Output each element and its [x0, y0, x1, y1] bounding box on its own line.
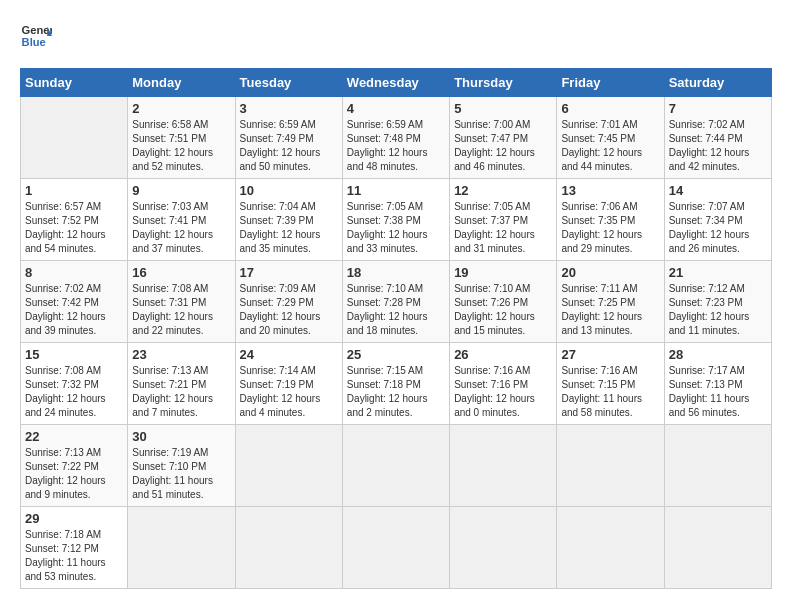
- day-info: Sunrise: 7:14 AM Sunset: 7:19 PM Dayligh…: [240, 364, 338, 420]
- day-info: Sunrise: 7:03 AM Sunset: 7:41 PM Dayligh…: [132, 200, 230, 256]
- day-number: 27: [561, 347, 659, 362]
- day-info: Sunrise: 7:13 AM Sunset: 7:22 PM Dayligh…: [25, 446, 123, 502]
- calendar-cell: 18Sunrise: 7:10 AM Sunset: 7:28 PM Dayli…: [342, 261, 449, 343]
- calendar-cell: 8Sunrise: 7:02 AM Sunset: 7:42 PM Daylig…: [21, 261, 128, 343]
- calendar: SundayMondayTuesdayWednesdayThursdayFrid…: [20, 68, 772, 589]
- day-info: Sunrise: 7:02 AM Sunset: 7:42 PM Dayligh…: [25, 282, 123, 338]
- day-info: Sunrise: 7:08 AM Sunset: 7:31 PM Dayligh…: [132, 282, 230, 338]
- day-number: 2: [132, 101, 230, 116]
- calendar-cell: [450, 425, 557, 507]
- calendar-cell: 24Sunrise: 7:14 AM Sunset: 7:19 PM Dayli…: [235, 343, 342, 425]
- day-info: Sunrise: 7:06 AM Sunset: 7:35 PM Dayligh…: [561, 200, 659, 256]
- day-header-saturday: Saturday: [664, 69, 771, 97]
- day-info: Sunrise: 7:05 AM Sunset: 7:38 PM Dayligh…: [347, 200, 445, 256]
- calendar-cell: 26Sunrise: 7:16 AM Sunset: 7:16 PM Dayli…: [450, 343, 557, 425]
- day-info: Sunrise: 7:13 AM Sunset: 7:21 PM Dayligh…: [132, 364, 230, 420]
- calendar-week-1: 1Sunrise: 6:57 AM Sunset: 7:52 PM Daylig…: [21, 179, 772, 261]
- day-header-sunday: Sunday: [21, 69, 128, 97]
- calendar-cell: [664, 425, 771, 507]
- day-number: 13: [561, 183, 659, 198]
- day-number: 19: [454, 265, 552, 280]
- calendar-cell: [557, 425, 664, 507]
- calendar-header-row: SundayMondayTuesdayWednesdayThursdayFrid…: [21, 69, 772, 97]
- calendar-cell: 16Sunrise: 7:08 AM Sunset: 7:31 PM Dayli…: [128, 261, 235, 343]
- calendar-cell: [128, 507, 235, 589]
- day-info: Sunrise: 7:02 AM Sunset: 7:44 PM Dayligh…: [669, 118, 767, 174]
- day-number: 17: [240, 265, 338, 280]
- calendar-cell: 20Sunrise: 7:11 AM Sunset: 7:25 PM Dayli…: [557, 261, 664, 343]
- calendar-cell: [235, 507, 342, 589]
- calendar-cell: 13Sunrise: 7:06 AM Sunset: 7:35 PM Dayli…: [557, 179, 664, 261]
- day-info: Sunrise: 7:09 AM Sunset: 7:29 PM Dayligh…: [240, 282, 338, 338]
- calendar-week-5: 29Sunrise: 7:18 AM Sunset: 7:12 PM Dayli…: [21, 507, 772, 589]
- day-number: 21: [669, 265, 767, 280]
- day-number: 25: [347, 347, 445, 362]
- logo-icon: General Blue: [20, 20, 52, 52]
- logo: General Blue: [20, 20, 52, 52]
- day-info: Sunrise: 7:00 AM Sunset: 7:47 PM Dayligh…: [454, 118, 552, 174]
- day-header-tuesday: Tuesday: [235, 69, 342, 97]
- day-info: Sunrise: 7:16 AM Sunset: 7:16 PM Dayligh…: [454, 364, 552, 420]
- day-info: Sunrise: 7:19 AM Sunset: 7:10 PM Dayligh…: [132, 446, 230, 502]
- day-header-thursday: Thursday: [450, 69, 557, 97]
- day-info: Sunrise: 7:16 AM Sunset: 7:15 PM Dayligh…: [561, 364, 659, 420]
- day-info: Sunrise: 7:05 AM Sunset: 7:37 PM Dayligh…: [454, 200, 552, 256]
- calendar-cell: 14Sunrise: 7:07 AM Sunset: 7:34 PM Dayli…: [664, 179, 771, 261]
- day-number: 26: [454, 347, 552, 362]
- day-info: Sunrise: 7:10 AM Sunset: 7:28 PM Dayligh…: [347, 282, 445, 338]
- calendar-cell: 25Sunrise: 7:15 AM Sunset: 7:18 PM Dayli…: [342, 343, 449, 425]
- day-number: 20: [561, 265, 659, 280]
- day-number: 30: [132, 429, 230, 444]
- calendar-cell: 29Sunrise: 7:18 AM Sunset: 7:12 PM Dayli…: [21, 507, 128, 589]
- day-number: 15: [25, 347, 123, 362]
- calendar-cell: 3Sunrise: 6:59 AM Sunset: 7:49 PM Daylig…: [235, 97, 342, 179]
- calendar-cell: 2Sunrise: 6:58 AM Sunset: 7:51 PM Daylig…: [128, 97, 235, 179]
- day-number: 10: [240, 183, 338, 198]
- calendar-cell: 21Sunrise: 7:12 AM Sunset: 7:23 PM Dayli…: [664, 261, 771, 343]
- day-number: 16: [132, 265, 230, 280]
- calendar-cell: 19Sunrise: 7:10 AM Sunset: 7:26 PM Dayli…: [450, 261, 557, 343]
- calendar-cell: 7Sunrise: 7:02 AM Sunset: 7:44 PM Daylig…: [664, 97, 771, 179]
- day-info: Sunrise: 7:17 AM Sunset: 7:13 PM Dayligh…: [669, 364, 767, 420]
- day-number: 7: [669, 101, 767, 116]
- day-number: 8: [25, 265, 123, 280]
- day-info: Sunrise: 7:15 AM Sunset: 7:18 PM Dayligh…: [347, 364, 445, 420]
- calendar-week-4: 22Sunrise: 7:13 AM Sunset: 7:22 PM Dayli…: [21, 425, 772, 507]
- calendar-cell: 27Sunrise: 7:16 AM Sunset: 7:15 PM Dayli…: [557, 343, 664, 425]
- calendar-week-0: 2Sunrise: 6:58 AM Sunset: 7:51 PM Daylig…: [21, 97, 772, 179]
- day-number: 22: [25, 429, 123, 444]
- day-header-friday: Friday: [557, 69, 664, 97]
- day-number: 5: [454, 101, 552, 116]
- calendar-cell: 1Sunrise: 6:57 AM Sunset: 7:52 PM Daylig…: [21, 179, 128, 261]
- day-number: 4: [347, 101, 445, 116]
- calendar-cell: 23Sunrise: 7:13 AM Sunset: 7:21 PM Dayli…: [128, 343, 235, 425]
- day-number: 18: [347, 265, 445, 280]
- day-number: 12: [454, 183, 552, 198]
- day-info: Sunrise: 6:59 AM Sunset: 7:48 PM Dayligh…: [347, 118, 445, 174]
- day-number: 9: [132, 183, 230, 198]
- calendar-cell: 17Sunrise: 7:09 AM Sunset: 7:29 PM Dayli…: [235, 261, 342, 343]
- calendar-cell: 4Sunrise: 6:59 AM Sunset: 7:48 PM Daylig…: [342, 97, 449, 179]
- day-info: Sunrise: 7:10 AM Sunset: 7:26 PM Dayligh…: [454, 282, 552, 338]
- day-info: Sunrise: 6:59 AM Sunset: 7:49 PM Dayligh…: [240, 118, 338, 174]
- calendar-cell: 9Sunrise: 7:03 AM Sunset: 7:41 PM Daylig…: [128, 179, 235, 261]
- calendar-cell: 28Sunrise: 7:17 AM Sunset: 7:13 PM Dayli…: [664, 343, 771, 425]
- day-info: Sunrise: 7:07 AM Sunset: 7:34 PM Dayligh…: [669, 200, 767, 256]
- day-number: 23: [132, 347, 230, 362]
- calendar-cell: [342, 425, 449, 507]
- calendar-cell: 11Sunrise: 7:05 AM Sunset: 7:38 PM Dayli…: [342, 179, 449, 261]
- day-info: Sunrise: 7:11 AM Sunset: 7:25 PM Dayligh…: [561, 282, 659, 338]
- header: General Blue: [20, 20, 772, 52]
- calendar-week-2: 8Sunrise: 7:02 AM Sunset: 7:42 PM Daylig…: [21, 261, 772, 343]
- calendar-cell: 30Sunrise: 7:19 AM Sunset: 7:10 PM Dayli…: [128, 425, 235, 507]
- calendar-cell: [342, 507, 449, 589]
- day-number: 24: [240, 347, 338, 362]
- calendar-cell: 22Sunrise: 7:13 AM Sunset: 7:22 PM Dayli…: [21, 425, 128, 507]
- day-number: 6: [561, 101, 659, 116]
- calendar-cell: 5Sunrise: 7:00 AM Sunset: 7:47 PM Daylig…: [450, 97, 557, 179]
- day-info: Sunrise: 6:58 AM Sunset: 7:51 PM Dayligh…: [132, 118, 230, 174]
- day-number: 14: [669, 183, 767, 198]
- day-info: Sunrise: 7:18 AM Sunset: 7:12 PM Dayligh…: [25, 528, 123, 584]
- day-info: Sunrise: 7:12 AM Sunset: 7:23 PM Dayligh…: [669, 282, 767, 338]
- day-header-monday: Monday: [128, 69, 235, 97]
